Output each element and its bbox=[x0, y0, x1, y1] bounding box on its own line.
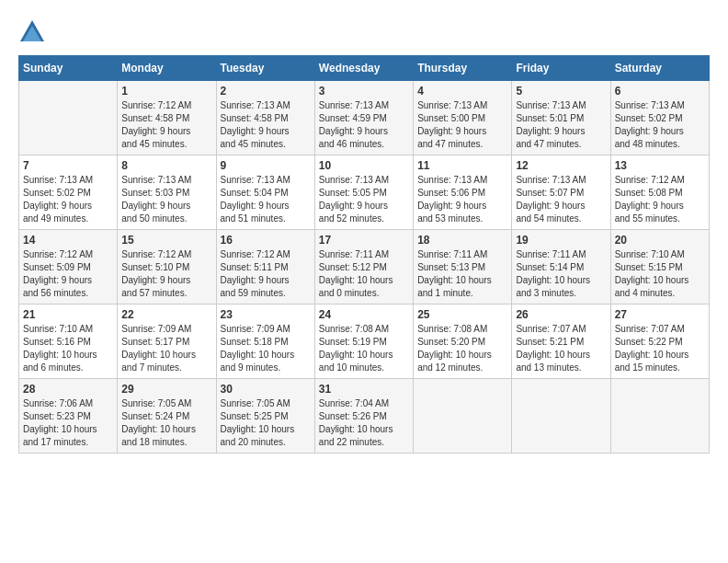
calendar-cell: 2Sunrise: 7:13 AM Sunset: 4:58 PM Daylig… bbox=[216, 81, 314, 155]
calendar-header-row: SundayMondayTuesdayWednesdayThursdayFrid… bbox=[19, 56, 710, 81]
day-number: 10 bbox=[319, 159, 409, 172]
calendar-cell bbox=[414, 379, 512, 454]
calendar-week-row: 28Sunrise: 7:06 AM Sunset: 5:23 PM Dayli… bbox=[19, 379, 710, 454]
day-info: Sunrise: 7:08 AM Sunset: 5:19 PM Dayligh… bbox=[319, 323, 409, 374]
day-info: Sunrise: 7:11 AM Sunset: 5:14 PM Dayligh… bbox=[516, 248, 606, 300]
day-number: 16 bbox=[221, 234, 311, 247]
calendar-cell: 8Sunrise: 7:13 AM Sunset: 5:03 PM Daylig… bbox=[118, 155, 216, 230]
day-info: Sunrise: 7:10 AM Sunset: 5:16 PM Dayligh… bbox=[23, 323, 113, 374]
day-info: Sunrise: 7:13 AM Sunset: 5:00 PM Dayligh… bbox=[417, 99, 507, 151]
day-info: Sunrise: 7:04 AM Sunset: 5:26 PM Dayligh… bbox=[319, 397, 409, 449]
day-number: 4 bbox=[417, 85, 507, 98]
calendar-cell: 13Sunrise: 7:12 AM Sunset: 5:08 PM Dayli… bbox=[610, 155, 709, 230]
calendar-cell: 23Sunrise: 7:09 AM Sunset: 5:18 PM Dayli… bbox=[216, 304, 314, 379]
calendar-cell: 5Sunrise: 7:13 AM Sunset: 5:01 PM Daylig… bbox=[512, 81, 610, 155]
day-number: 20 bbox=[615, 234, 705, 247]
day-info: Sunrise: 7:13 AM Sunset: 5:07 PM Dayligh… bbox=[516, 174, 606, 225]
day-number: 7 bbox=[23, 159, 113, 172]
calendar-cell: 11Sunrise: 7:13 AM Sunset: 5:06 PM Dayli… bbox=[414, 155, 512, 230]
calendar-cell: 9Sunrise: 7:13 AM Sunset: 5:04 PM Daylig… bbox=[216, 155, 314, 230]
day-info: Sunrise: 7:05 AM Sunset: 5:25 PM Dayligh… bbox=[221, 397, 311, 449]
calendar-cell: 22Sunrise: 7:09 AM Sunset: 5:17 PM Dayli… bbox=[118, 304, 216, 379]
day-info: Sunrise: 7:05 AM Sunset: 5:24 PM Dayligh… bbox=[121, 397, 211, 449]
day-header-thursday: Thursday bbox=[414, 56, 512, 81]
day-number: 6 bbox=[615, 85, 705, 98]
day-info: Sunrise: 7:13 AM Sunset: 5:02 PM Dayligh… bbox=[23, 174, 113, 225]
day-number: 31 bbox=[319, 383, 409, 396]
calendar-cell: 6Sunrise: 7:13 AM Sunset: 5:02 PM Daylig… bbox=[610, 81, 709, 155]
day-info: Sunrise: 7:13 AM Sunset: 5:02 PM Dayligh… bbox=[615, 99, 705, 151]
day-info: Sunrise: 7:13 AM Sunset: 5:06 PM Dayligh… bbox=[417, 174, 507, 225]
calendar-cell: 24Sunrise: 7:08 AM Sunset: 5:19 PM Dayli… bbox=[314, 304, 413, 379]
calendar-cell: 20Sunrise: 7:10 AM Sunset: 5:15 PM Dayli… bbox=[610, 230, 709, 304]
day-number: 27 bbox=[615, 308, 705, 321]
day-info: Sunrise: 7:10 AM Sunset: 5:15 PM Dayligh… bbox=[615, 248, 705, 300]
day-info: Sunrise: 7:13 AM Sunset: 5:04 PM Dayligh… bbox=[221, 174, 311, 225]
day-number: 22 bbox=[121, 308, 211, 321]
day-number: 24 bbox=[319, 308, 409, 321]
calendar-cell: 14Sunrise: 7:12 AM Sunset: 5:09 PM Dayli… bbox=[19, 230, 118, 304]
day-number: 1 bbox=[121, 85, 211, 98]
calendar-cell: 21Sunrise: 7:10 AM Sunset: 5:16 PM Dayli… bbox=[19, 304, 118, 379]
logo bbox=[18, 18, 51, 46]
calendar-cell: 7Sunrise: 7:13 AM Sunset: 5:02 PM Daylig… bbox=[19, 155, 118, 230]
day-info: Sunrise: 7:11 AM Sunset: 5:12 PM Dayligh… bbox=[319, 248, 409, 300]
day-number: 29 bbox=[121, 383, 211, 396]
day-info: Sunrise: 7:13 AM Sunset: 4:59 PM Dayligh… bbox=[319, 99, 409, 151]
day-number: 30 bbox=[221, 383, 311, 396]
calendar-cell: 4Sunrise: 7:13 AM Sunset: 5:00 PM Daylig… bbox=[414, 81, 512, 155]
day-number: 15 bbox=[121, 234, 211, 247]
day-info: Sunrise: 7:13 AM Sunset: 4:58 PM Dayligh… bbox=[221, 99, 311, 151]
day-number: 13 bbox=[615, 159, 705, 172]
day-number: 23 bbox=[221, 308, 311, 321]
calendar-cell: 15Sunrise: 7:12 AM Sunset: 5:10 PM Dayli… bbox=[118, 230, 216, 304]
day-number: 9 bbox=[221, 159, 311, 172]
calendar-cell: 12Sunrise: 7:13 AM Sunset: 5:07 PM Dayli… bbox=[512, 155, 610, 230]
calendar-cell: 29Sunrise: 7:05 AM Sunset: 5:24 PM Dayli… bbox=[118, 379, 216, 454]
day-info: Sunrise: 7:13 AM Sunset: 5:01 PM Dayligh… bbox=[516, 99, 606, 151]
day-info: Sunrise: 7:06 AM Sunset: 5:23 PM Dayligh… bbox=[23, 397, 113, 449]
day-info: Sunrise: 7:11 AM Sunset: 5:13 PM Dayligh… bbox=[417, 248, 507, 300]
day-info: Sunrise: 7:07 AM Sunset: 5:21 PM Dayligh… bbox=[516, 323, 606, 374]
calendar-cell bbox=[19, 81, 118, 155]
day-number: 25 bbox=[417, 308, 507, 321]
calendar-week-row: 21Sunrise: 7:10 AM Sunset: 5:16 PM Dayli… bbox=[19, 304, 710, 379]
day-header-tuesday: Tuesday bbox=[216, 56, 314, 81]
day-info: Sunrise: 7:12 AM Sunset: 5:09 PM Dayligh… bbox=[23, 248, 113, 300]
day-info: Sunrise: 7:09 AM Sunset: 5:18 PM Dayligh… bbox=[221, 323, 311, 374]
day-info: Sunrise: 7:08 AM Sunset: 5:20 PM Dayligh… bbox=[417, 323, 507, 374]
day-info: Sunrise: 7:07 AM Sunset: 5:22 PM Dayligh… bbox=[615, 323, 705, 374]
calendar-cell bbox=[512, 379, 610, 454]
calendar-cell: 28Sunrise: 7:06 AM Sunset: 5:23 PM Dayli… bbox=[19, 379, 118, 454]
calendar-cell: 26Sunrise: 7:07 AM Sunset: 5:21 PM Dayli… bbox=[512, 304, 610, 379]
calendar-cell: 27Sunrise: 7:07 AM Sunset: 5:22 PM Dayli… bbox=[610, 304, 709, 379]
calendar-cell: 30Sunrise: 7:05 AM Sunset: 5:25 PM Dayli… bbox=[216, 379, 314, 454]
day-number: 5 bbox=[516, 85, 606, 98]
calendar-cell: 19Sunrise: 7:11 AM Sunset: 5:14 PM Dayli… bbox=[512, 230, 610, 304]
day-number: 11 bbox=[417, 159, 507, 172]
page-header bbox=[18, 18, 710, 46]
day-number: 28 bbox=[23, 383, 113, 396]
calendar-week-row: 1Sunrise: 7:12 AM Sunset: 4:58 PM Daylig… bbox=[19, 81, 710, 155]
day-header-sunday: Sunday bbox=[19, 56, 118, 81]
day-number: 26 bbox=[516, 308, 606, 321]
day-info: Sunrise: 7:13 AM Sunset: 5:05 PM Dayligh… bbox=[319, 174, 409, 225]
calendar-cell bbox=[610, 379, 709, 454]
calendar-cell: 1Sunrise: 7:12 AM Sunset: 4:58 PM Daylig… bbox=[118, 81, 216, 155]
calendar-week-row: 7Sunrise: 7:13 AM Sunset: 5:02 PM Daylig… bbox=[19, 155, 710, 230]
day-header-wednesday: Wednesday bbox=[314, 56, 413, 81]
day-header-monday: Monday bbox=[118, 56, 216, 81]
day-number: 3 bbox=[319, 85, 409, 98]
day-number: 19 bbox=[516, 234, 606, 247]
calendar-cell: 25Sunrise: 7:08 AM Sunset: 5:20 PM Dayli… bbox=[414, 304, 512, 379]
day-number: 18 bbox=[417, 234, 507, 247]
day-header-saturday: Saturday bbox=[610, 56, 709, 81]
calendar-cell: 10Sunrise: 7:13 AM Sunset: 5:05 PM Dayli… bbox=[314, 155, 413, 230]
calendar-cell: 16Sunrise: 7:12 AM Sunset: 5:11 PM Dayli… bbox=[216, 230, 314, 304]
day-info: Sunrise: 7:12 AM Sunset: 5:08 PM Dayligh… bbox=[615, 174, 705, 225]
day-number: 12 bbox=[516, 159, 606, 172]
day-number: 8 bbox=[121, 159, 211, 172]
calendar-cell: 31Sunrise: 7:04 AM Sunset: 5:26 PM Dayli… bbox=[314, 379, 413, 454]
calendar-cell: 18Sunrise: 7:11 AM Sunset: 5:13 PM Dayli… bbox=[414, 230, 512, 304]
day-info: Sunrise: 7:09 AM Sunset: 5:17 PM Dayligh… bbox=[121, 323, 211, 374]
